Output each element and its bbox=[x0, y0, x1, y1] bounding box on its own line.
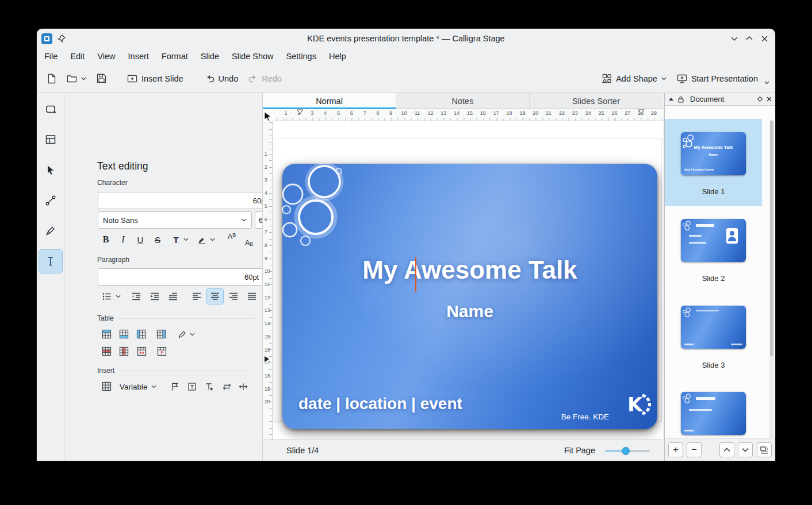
thumbnail-scrollbar-thumb[interactable] bbox=[770, 121, 773, 356]
layout-tool[interactable] bbox=[39, 128, 62, 151]
pin-icon[interactable] bbox=[58, 34, 66, 43]
menu-slide[interactable]: Slide bbox=[194, 49, 225, 63]
shape-handling-tool[interactable] bbox=[39, 98, 62, 121]
titlebar[interactable]: KDE events presentation template * — Cal… bbox=[37, 29, 775, 48]
insert-column-right-button[interactable] bbox=[154, 327, 168, 341]
list-style-button[interactable] bbox=[99, 289, 115, 304]
save-button[interactable] bbox=[93, 70, 110, 87]
redo-button[interactable]: Redo bbox=[244, 71, 286, 87]
tab-slides-sorter[interactable]: Slides Sorter bbox=[530, 93, 662, 109]
vruler-marker[interactable] bbox=[264, 356, 270, 363]
highlight-color-dropdown[interactable] bbox=[208, 232, 217, 247]
align-justify-button[interactable] bbox=[244, 289, 260, 304]
menu-insert[interactable]: Insert bbox=[122, 49, 155, 63]
tab-notes[interactable]: Notes bbox=[396, 93, 530, 109]
open-document-button[interactable] bbox=[63, 71, 90, 87]
insert-column-left-button[interactable] bbox=[133, 327, 148, 341]
split-cells-button[interactable] bbox=[154, 344, 169, 358]
variable-dropdown[interactable]: Variable bbox=[117, 379, 159, 394]
undo-button[interactable]: Undo bbox=[201, 71, 243, 87]
text-tool[interactable] bbox=[39, 250, 62, 273]
minimize-button[interactable] bbox=[727, 32, 742, 45]
lock-icon[interactable] bbox=[678, 96, 684, 103]
font-family-combo[interactable]: Noto Sans bbox=[98, 211, 252, 229]
insert-row-below-button[interactable] bbox=[116, 327, 131, 341]
paragraph-spacing-combo[interactable]: 60pt + bbox=[98, 268, 283, 286]
zoom-mode-label[interactable]: Fit Page bbox=[564, 446, 595, 455]
align-right-button[interactable] bbox=[225, 289, 242, 304]
swap-arrows-button[interactable] bbox=[219, 379, 234, 394]
expand-arrows-button[interactable] bbox=[236, 379, 251, 394]
slide-thumbnail-4[interactable] bbox=[681, 392, 746, 435]
indent-increase-button[interactable] bbox=[147, 289, 163, 304]
insert-slide-button[interactable]: Insert Slide bbox=[123, 71, 187, 87]
first-line-indent-button[interactable] bbox=[165, 289, 181, 304]
align-left-button[interactable] bbox=[189, 289, 205, 304]
superscript-button[interactable]: AB bbox=[224, 232, 240, 247]
indent-marker-right[interactable] bbox=[638, 109, 645, 114]
insert-text-button[interactable] bbox=[202, 379, 217, 394]
list-style-dropdown[interactable] bbox=[113, 289, 122, 304]
collapse-arrow-icon[interactable] bbox=[668, 97, 674, 101]
slide-thumbnail-1-label[interactable]: Slide 1 bbox=[665, 187, 762, 196]
delete-column-button[interactable] bbox=[116, 344, 131, 358]
zoom-slider[interactable] bbox=[605, 450, 650, 452]
new-document-button[interactable] bbox=[43, 70, 60, 87]
menu-view[interactable]: View bbox=[91, 49, 121, 63]
close-button[interactable] bbox=[757, 32, 772, 45]
subscript-button[interactable]: AB bbox=[241, 232, 257, 247]
move-slide-down-button[interactable] bbox=[738, 442, 753, 457]
slide-subtitle-text[interactable]: Name bbox=[282, 302, 657, 321]
float-docker-icon[interactable] bbox=[757, 97, 763, 102]
move-slide-up-button[interactable] bbox=[719, 442, 734, 457]
add-shape-button[interactable]: Add Shape bbox=[598, 70, 671, 87]
slide-list-button[interactable] bbox=[757, 442, 772, 457]
table-pen-dropdown[interactable] bbox=[187, 327, 197, 341]
underline-button[interactable]: U bbox=[132, 232, 148, 247]
slide-thumbnail-1[interactable]: My Awesome Talk Name date | location | e… bbox=[681, 132, 746, 175]
slide-thumbnail-3[interactable] bbox=[681, 306, 746, 349]
remove-slide-button[interactable]: − bbox=[687, 442, 702, 457]
menu-slide-show[interactable]: Slide Show bbox=[225, 49, 280, 63]
slide-thumbnail-2[interactable] bbox=[681, 219, 746, 262]
thumbnail-scrollbar[interactable] bbox=[769, 119, 774, 438]
merge-cells-button[interactable] bbox=[134, 344, 149, 358]
menu-help[interactable]: Help bbox=[323, 49, 353, 63]
italic-button[interactable]: I bbox=[115, 232, 131, 247]
slide-footer-text[interactable]: date | location | event bbox=[298, 395, 462, 413]
slide-title-text[interactable]: My Awesome Talk bbox=[282, 256, 657, 284]
toolbar-overflow-chevron[interactable] bbox=[764, 81, 769, 84]
indent-decrease-button[interactable] bbox=[128, 289, 144, 304]
insert-table-button[interactable] bbox=[99, 379, 114, 394]
selection-tool[interactable] bbox=[39, 159, 62, 182]
menu-settings[interactable]: Settings bbox=[280, 49, 323, 63]
slide-thumbnail-3-label[interactable]: Slide 3 bbox=[665, 361, 762, 369]
slide-background[interactable]: My Awesome Talk Name date | location | e… bbox=[282, 164, 657, 429]
align-center-button[interactable] bbox=[207, 289, 223, 304]
bold-button[interactable]: B bbox=[98, 232, 114, 247]
menu-format[interactable]: Format bbox=[155, 49, 194, 63]
add-slide-button[interactable]: + bbox=[668, 442, 683, 457]
maximize-button[interactable] bbox=[742, 32, 757, 45]
delete-row-button[interactable] bbox=[99, 344, 114, 358]
slide-thumbnail-2-label[interactable]: Slide 2 bbox=[665, 274, 762, 283]
document-docker-header[interactable]: Document bbox=[665, 93, 775, 106]
start-presentation-button[interactable]: Start Presentation bbox=[673, 71, 762, 87]
insert-frame-button[interactable] bbox=[185, 379, 200, 394]
close-docker-icon[interactable] bbox=[767, 97, 772, 102]
insert-bookmark-button[interactable] bbox=[167, 379, 182, 394]
connection-tool[interactable] bbox=[39, 189, 62, 212]
slide-canvas[interactable]: My Awesome Talk Name date | location | e… bbox=[273, 121, 663, 440]
menu-file[interactable]: File bbox=[38, 49, 64, 63]
tab-normal[interactable]: Normal bbox=[263, 93, 396, 109]
zoom-slider-handle[interactable] bbox=[622, 447, 630, 455]
thumb-footer: date | location | event bbox=[684, 168, 714, 171]
indent-marker-left[interactable] bbox=[297, 109, 304, 114]
character-style-combo[interactable]: 60pt bbox=[98, 192, 283, 209]
strikethrough-button[interactable]: S bbox=[150, 232, 166, 247]
menu-edit[interactable]: Edit bbox=[64, 49, 91, 63]
slide-page[interactable]: My Awesome Talk Name date | location | e… bbox=[274, 138, 662, 422]
insert-row-above-button[interactable] bbox=[99, 327, 114, 341]
format-character-dropdown[interactable] bbox=[181, 232, 190, 247]
calligraphy-tool[interactable] bbox=[39, 219, 62, 242]
